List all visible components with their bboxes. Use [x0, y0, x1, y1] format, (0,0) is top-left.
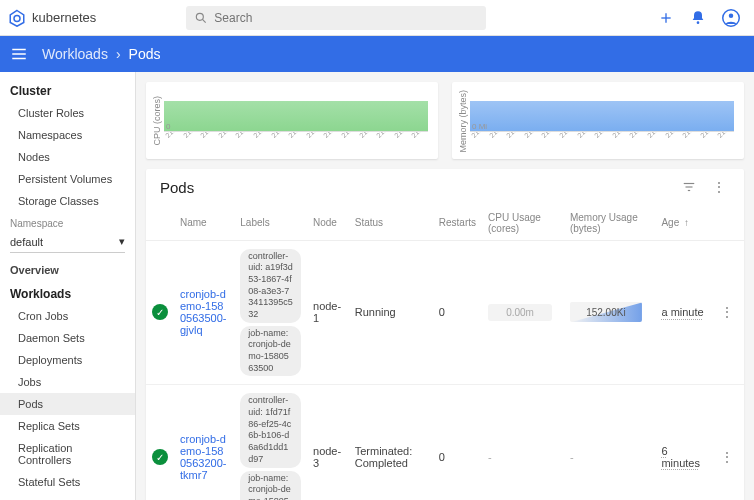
cell-age: a minute — [661, 306, 703, 318]
svg-point-8 — [729, 13, 734, 18]
chevron-down-icon: ▾ — [119, 235, 125, 248]
kubernetes-icon — [8, 9, 26, 27]
status-ok-icon: ✓ — [152, 304, 168, 320]
search-icon — [194, 11, 208, 25]
col-age[interactable]: Age ↑ — [655, 206, 710, 241]
label-chip: controller-uid: a19f3d53-1867-4f08-a3e3-… — [240, 249, 301, 323]
col-mem[interactable]: Memory Usage (bytes) — [564, 206, 656, 241]
breadcrumb-parent[interactable]: Workloads — [42, 46, 108, 62]
pods-table: Name Labels Node Status Restarts CPU Usa… — [146, 206, 744, 500]
menu-toggle-icon[interactable] — [10, 45, 28, 63]
sidebar-item-deployments[interactable]: Deployments — [0, 349, 135, 371]
cell-restarts: 0 — [433, 385, 482, 500]
sidebar-item-pods[interactable]: Pods — [0, 393, 135, 415]
row-menu-icon[interactable]: ⋮ — [716, 449, 738, 465]
chart-ymin: 0 Mi — [472, 122, 487, 131]
sidebar-item-persistent-volumes[interactable]: Persistent Volumes — [0, 168, 135, 190]
chart-xticks: 21:1221:1321:1421:1521:1621:1721:1821:19… — [164, 132, 428, 141]
cpu-chart: CPU (cores)021:1221:1321:1421:1521:1621:… — [146, 82, 438, 159]
memory-chart: Memory (bytes)0 Mi21:1221:1321:1421:1521… — [452, 82, 744, 159]
sidebar-item-cluster-roles[interactable]: Cluster Roles — [0, 102, 135, 124]
cell-node: node-1 — [307, 240, 349, 385]
breadcrumb-separator: › — [116, 46, 121, 62]
pod-name-link[interactable]: cronjob-demo-1580563200-tkmr7 — [180, 433, 228, 481]
col-restarts[interactable]: Restarts — [433, 206, 482, 241]
namespace-label: Namespace — [0, 212, 135, 231]
cell-status: Running — [349, 240, 433, 385]
chart-xticks: 21:1221:1321:1421:1521:1621:1721:1821:19… — [470, 132, 734, 141]
app-name: kubernetes — [32, 10, 96, 25]
row-menu-icon[interactable]: ⋮ — [716, 304, 738, 320]
namespace-value: default — [10, 236, 43, 248]
sidebar-item-daemon-sets[interactable]: Daemon Sets — [0, 327, 135, 349]
label-chip: job-name: cronjob-demo-1580563500 — [240, 326, 301, 377]
namespace-select[interactable]: default ▾ — [10, 231, 125, 253]
sidebar-item-jobs[interactable]: Jobs — [0, 371, 135, 393]
sidebar-group-cluster[interactable]: Cluster — [0, 78, 135, 102]
col-name[interactable]: Name — [174, 206, 234, 241]
sort-asc-icon: ↑ — [684, 217, 689, 228]
pods-panel: Pods ⋮ Name Labels Node Status Restarts … — [146, 169, 744, 500]
breadcrumb-bar: Workloads › Pods — [0, 36, 754, 72]
notifications-icon[interactable] — [690, 9, 706, 27]
svg-line-3 — [203, 19, 206, 22]
panel-title: Pods — [160, 179, 194, 196]
content-area: CPU (cores)021:1221:1321:1421:1521:1621:… — [136, 72, 754, 500]
cell-memory: 152.00Ki — [564, 240, 656, 385]
sidebar-item-stateful-sets[interactable]: Stateful Sets — [0, 471, 135, 493]
label-chip: job-name: cronjob-demo-1580563200 — [240, 471, 301, 500]
panel-menu-icon[interactable]: ⋮ — [708, 179, 730, 195]
search-container[interactable] — [186, 6, 486, 30]
sidebar-item-replication-controllers[interactable]: Replication Controllers — [0, 437, 135, 471]
breadcrumb-current: Pods — [129, 46, 161, 62]
cell-cpu: - — [482, 385, 564, 500]
cell-node: node-3 — [307, 385, 349, 500]
sidebar-item-replica-sets[interactable]: Replica Sets — [0, 415, 135, 437]
label-chip: controller-uid: 1fd71f86-ef25-4c6b-b106-… — [240, 393, 301, 467]
chart-ylabel: CPU (cores) — [150, 88, 164, 155]
col-node[interactable]: Node — [307, 206, 349, 241]
svg-point-1 — [14, 15, 20, 21]
chart-plot: 0 Mi — [470, 88, 734, 132]
table-row: ✓cronjob-demo-1580563500-gjvlqcontroller… — [146, 240, 744, 385]
table-row: ✓cronjob-demo-1580563200-tkmr7controller… — [146, 385, 744, 500]
sidebar-item-cron-jobs[interactable]: Cron Jobs — [0, 305, 135, 327]
sidebar-item-namespaces[interactable]: Namespaces — [0, 124, 135, 146]
status-ok-icon: ✓ — [152, 449, 168, 465]
filter-icon[interactable] — [682, 180, 696, 194]
app-logo: kubernetes — [8, 9, 96, 27]
col-status[interactable]: Status — [349, 206, 433, 241]
sidebar: Cluster Cluster RolesNamespacesNodesPers… — [0, 72, 136, 500]
label-chips: controller-uid: 1fd71f86-ef25-4c6b-b106-… — [240, 393, 301, 500]
svg-point-2 — [197, 13, 204, 20]
cell-status: Terminated: Completed — [349, 385, 433, 500]
create-button[interactable] — [658, 9, 674, 27]
top-actions — [658, 9, 746, 27]
cell-memory: - — [564, 385, 656, 500]
sidebar-item-overview[interactable]: Overview — [0, 259, 135, 281]
account-icon[interactable] — [722, 9, 740, 27]
search-input[interactable] — [214, 11, 478, 25]
chart-ylabel: Memory (bytes) — [456, 88, 470, 155]
sidebar-item-nodes[interactable]: Nodes — [0, 146, 135, 168]
label-chips: controller-uid: a19f3d53-1867-4f08-a3e3-… — [240, 249, 301, 377]
sidebar-group-workloads[interactable]: Workloads — [0, 281, 135, 305]
pod-name-link[interactable]: cronjob-demo-1580563500-gjvlq — [180, 288, 228, 336]
cell-restarts: 0 — [433, 240, 482, 385]
chart-plot: 0 — [164, 88, 428, 132]
svg-point-6 — [697, 21, 700, 24]
top-bar: kubernetes — [0, 0, 754, 36]
chart-ymin: 0 — [166, 122, 170, 131]
sidebar-item-storage-classes[interactable]: Storage Classes — [0, 190, 135, 212]
cell-age: 6 minutes — [661, 445, 700, 469]
cell-cpu: 0.00m — [482, 240, 564, 385]
svg-marker-0 — [10, 10, 24, 26]
sidebar-group-discovery[interactable]: Discovery and Load Balancing — [0, 493, 135, 500]
col-labels[interactable]: Labels — [234, 206, 307, 241]
col-cpu[interactable]: CPU Usage (cores) — [482, 206, 564, 241]
